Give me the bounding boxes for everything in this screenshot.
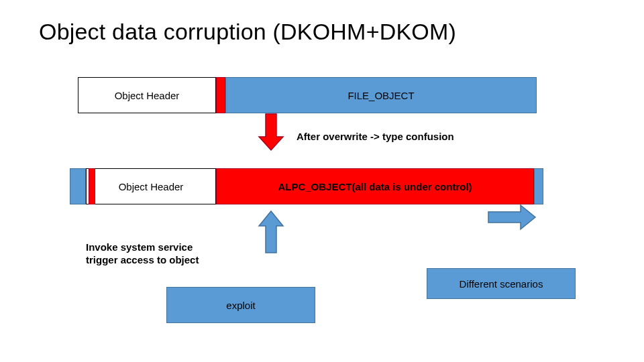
row2-object-header-box: Object Header <box>86 168 216 204</box>
row1-object-header-label: Object Header <box>115 90 180 101</box>
invoke-line-1: Invoke system service <box>86 241 199 254</box>
row2-object-header-label: Object Header <box>119 181 184 192</box>
arrow-down-icon <box>259 114 283 150</box>
exploit-label: exploit <box>226 300 255 311</box>
after-overwrite-label: After overwrite -> type confusion <box>297 131 454 142</box>
row2-alpc-box: ALPC_OBJECT(all data is under control) <box>216 168 534 204</box>
scenarios-label: Different scenarios <box>460 278 543 290</box>
page-title: Object data corruption (DKOHM+DKOM) <box>39 19 456 45</box>
arrow-up-icon <box>259 211 283 253</box>
row1-file-object-box: FILE_OBJECT <box>225 77 537 113</box>
row1-red-edge <box>216 77 225 113</box>
row1-object-header-box: Object Header <box>78 77 216 113</box>
invoke-service-label: Invoke system service trigger access to … <box>86 241 199 267</box>
exploit-box: exploit <box>166 287 315 323</box>
row2-red-left-sliver <box>89 168 95 204</box>
invoke-line-2: trigger access to object <box>86 254 199 267</box>
row2-blue-right-tab <box>534 168 543 204</box>
arrow-right-icon <box>488 205 535 229</box>
row1-file-object-label: FILE_OBJECT <box>347 90 414 101</box>
scenarios-box: Different scenarios <box>427 268 576 299</box>
row2-blue-left-tab <box>70 168 86 204</box>
row2-alpc-label: ALPC_OBJECT(all data is under control) <box>278 181 472 192</box>
